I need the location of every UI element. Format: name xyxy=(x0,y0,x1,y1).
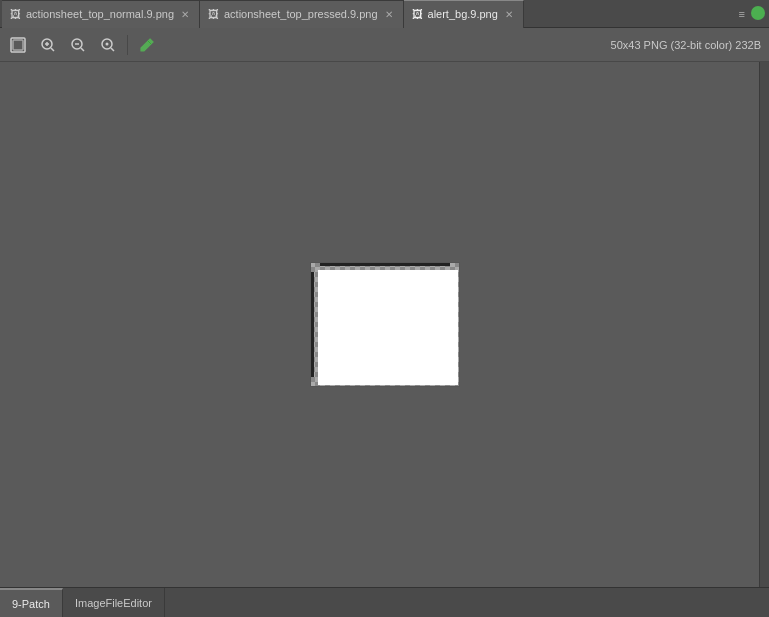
image-file-editor-tab[interactable]: ImageFileEditor xyxy=(63,588,165,617)
tab-3-label: alert_bg.9.png xyxy=(428,8,498,20)
svg-point-10 xyxy=(106,42,109,45)
image-container xyxy=(310,260,460,390)
tab-1[interactable]: 🖼 actionsheet_top_normal.9.png ✕ xyxy=(2,0,200,28)
file-icon-3: 🖼 xyxy=(412,8,423,20)
scrollbar-right[interactable] xyxy=(759,62,769,587)
traffic-light xyxy=(751,6,765,20)
tab-3-close[interactable]: ✕ xyxy=(503,8,515,20)
image-file-editor-tab-label: ImageFileEditor xyxy=(75,597,152,609)
svg-line-8 xyxy=(81,48,84,51)
tab-2[interactable]: 🖼 actionsheet_top_pressed.9.png ✕ xyxy=(200,0,404,28)
zoom-in-button[interactable] xyxy=(34,32,62,58)
zoom-reset-button[interactable] xyxy=(94,32,122,58)
nine-patch-tab-label: 9-Patch xyxy=(12,598,50,610)
tab-2-close[interactable]: ✕ xyxy=(383,8,395,20)
zoom-out-button[interactable] xyxy=(64,32,92,58)
tab-1-close[interactable]: ✕ xyxy=(179,8,191,20)
tab-3[interactable]: 🖼 alert_bg.9.png ✕ xyxy=(404,0,524,28)
tab-1-label: actionsheet_top_normal.9.png xyxy=(26,8,174,20)
tab-overflow-icon[interactable]: ≡ xyxy=(735,6,749,22)
nine-patch-tab[interactable]: 9-Patch xyxy=(0,588,63,617)
tab-2-label: actionsheet_top_pressed.9.png xyxy=(224,8,378,20)
pencil-button[interactable] xyxy=(133,32,161,58)
tab-bar: 🖼 actionsheet_top_normal.9.png ✕ 🖼 actio… xyxy=(0,0,769,28)
svg-rect-1 xyxy=(13,40,23,50)
patch-outer-border xyxy=(310,262,460,387)
svg-line-5 xyxy=(51,48,54,51)
file-icon-1: 🖼 xyxy=(10,8,21,20)
toolbar: 50x43 PNG (32-bit color) 232B xyxy=(0,28,769,62)
fit-window-button[interactable] xyxy=(4,32,32,58)
status-bar: 9-Patch ImageFileEditor xyxy=(0,587,769,617)
file-icon-2: 🖼 xyxy=(208,8,219,20)
toolbar-separator xyxy=(127,35,128,55)
svg-line-11 xyxy=(111,48,114,51)
patch-preview xyxy=(310,262,460,387)
canvas-area xyxy=(0,62,769,587)
image-info: 50x43 PNG (32-bit color) 232B xyxy=(611,39,761,51)
